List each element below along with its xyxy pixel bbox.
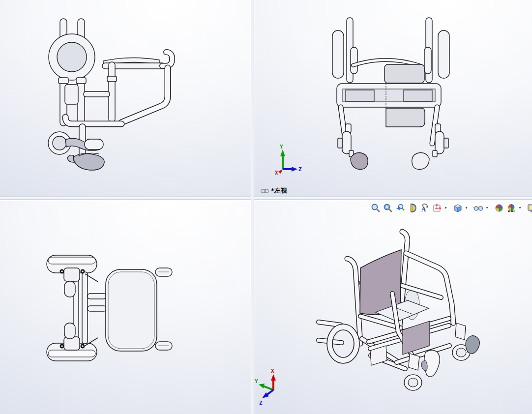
- axis-y-label: Y: [280, 144, 283, 150]
- heads-up-view-toolbar: A ▾ ▾ ▾ ▾: [369, 202, 532, 214]
- section-view-icon[interactable]: [406, 202, 418, 214]
- view-orientation-icon[interactable]: [431, 202, 443, 214]
- view-link-icon: [261, 188, 269, 194]
- view-name-text: *左视: [271, 186, 287, 195]
- viewport-front-view[interactable]: Y Z X *左视: [254, 0, 532, 197]
- wheelchair-top-view-drawing: [0, 200, 251, 414]
- wheelchair-side-view-drawing: [0, 0, 251, 197]
- axis-z-label: Z: [259, 400, 263, 406]
- zoom-to-area-icon[interactable]: [382, 202, 394, 214]
- apply-scene-icon[interactable]: [505, 202, 517, 214]
- axis-y-label: Y: [255, 378, 258, 384]
- axis-z-label: Z: [298, 166, 302, 173]
- axis-x-label: X: [271, 368, 274, 374]
- viewport-side-view[interactable]: [0, 0, 251, 197]
- wheelchair-isometric-drawing: [254, 200, 532, 414]
- axis-x-label: X: [275, 170, 278, 176]
- apply-scene-dropdown[interactable]: ▾: [517, 202, 523, 214]
- view-orientation-dropdown[interactable]: ▾: [443, 202, 448, 214]
- viewport-isometric-view[interactable]: A ▾ ▾ ▾ ▾: [254, 200, 532, 414]
- hide-show-items-dropdown[interactable]: ▾: [484, 202, 490, 214]
- viewport-top-view[interactable]: [0, 200, 251, 414]
- previous-view-icon[interactable]: [394, 202, 406, 214]
- viewport-splitter-horizontal[interactable]: [0, 197, 532, 200]
- edit-appearance-icon[interactable]: [493, 202, 505, 214]
- viewport-splitter-vertical[interactable]: [251, 0, 254, 414]
- coordinate-triad: X Y Z: [254, 367, 294, 409]
- coordinate-triad: Y Z X: [263, 144, 302, 176]
- dynamic-annotation-views-icon[interactable]: A: [418, 202, 431, 214]
- view-settings-icon[interactable]: [526, 202, 532, 214]
- display-style-dropdown[interactable]: ▾: [464, 202, 469, 214]
- hide-show-items-icon[interactable]: [472, 202, 484, 214]
- display-style-icon[interactable]: [451, 202, 464, 214]
- zoom-to-fit-icon[interactable]: [369, 202, 382, 214]
- svg-text:A: A: [421, 206, 426, 213]
- view-name-annotation: *左视: [261, 186, 287, 195]
